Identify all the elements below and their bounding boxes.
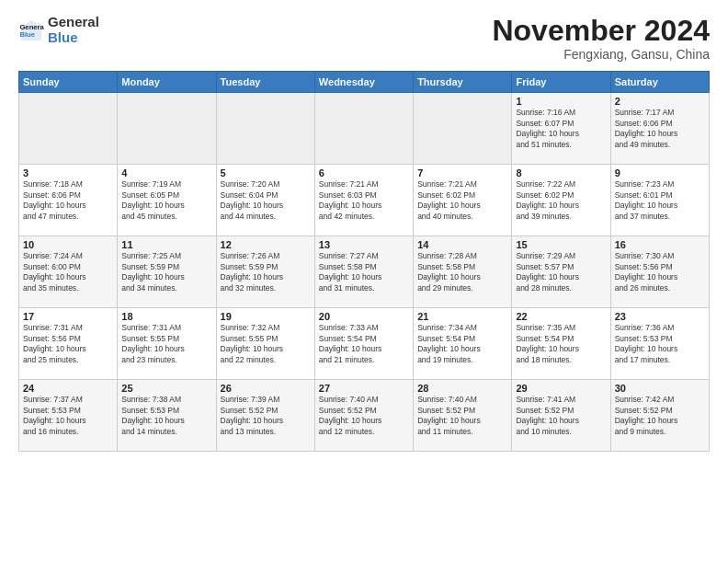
- header-day-saturday: Saturday: [610, 72, 709, 93]
- day-info: Sunrise: 7:35 AM Sunset: 5:54 PM Dayligh…: [516, 323, 606, 365]
- calendar-cell: 26Sunrise: 7:39 AM Sunset: 5:52 PM Dayli…: [216, 380, 314, 452]
- page: General Blue General Blue November 2024 …: [0, 0, 728, 461]
- header-day-tuesday: Tuesday: [216, 72, 314, 93]
- calendar-cell: [414, 93, 512, 165]
- calendar-cell: 1Sunrise: 7:16 AM Sunset: 6:07 PM Daylig…: [512, 93, 610, 165]
- day-info: Sunrise: 7:16 AM Sunset: 6:07 PM Dayligh…: [516, 108, 606, 150]
- day-info: Sunrise: 7:18 AM Sunset: 6:06 PM Dayligh…: [23, 179, 113, 222]
- day-info: Sunrise: 7:24 AM Sunset: 6:00 PM Dayligh…: [23, 251, 113, 293]
- header-row: SundayMondayTuesdayWednesdayThursdayFrid…: [19, 72, 710, 93]
- calendar-cell: 21Sunrise: 7:34 AM Sunset: 5:54 PM Dayli…: [414, 308, 512, 380]
- calendar-cell: 5Sunrise: 7:20 AM Sunset: 6:04 PM Daylig…: [216, 165, 314, 236]
- calendar-cell: 12Sunrise: 7:26 AM Sunset: 5:59 PM Dayli…: [216, 236, 314, 308]
- day-info: Sunrise: 7:26 AM Sunset: 5:59 PM Dayligh…: [221, 251, 311, 293]
- day-number: 17: [23, 311, 113, 322]
- calendar-cell: 28Sunrise: 7:40 AM Sunset: 5:52 PM Dayli…: [414, 380, 512, 452]
- day-number: 29: [516, 383, 606, 394]
- day-info: Sunrise: 7:41 AM Sunset: 5:52 PM Dayligh…: [516, 395, 606, 437]
- calendar-cell: [216, 93, 314, 165]
- day-number: 12: [221, 239, 311, 250]
- day-number: 1: [516, 96, 606, 107]
- day-info: Sunrise: 7:33 AM Sunset: 5:54 PM Dayligh…: [319, 323, 409, 365]
- day-number: 20: [319, 311, 409, 322]
- day-info: Sunrise: 7:36 AM Sunset: 5:53 PM Dayligh…: [615, 323, 705, 365]
- week-row-0: 1Sunrise: 7:16 AM Sunset: 6:07 PM Daylig…: [19, 93, 710, 165]
- logo-icon: General Blue: [18, 17, 44, 43]
- day-number: 15: [516, 239, 606, 250]
- location: Fengxiang, Gansu, China: [492, 47, 710, 62]
- title-block: November 2024 Fengxiang, Gansu, China: [492, 15, 710, 62]
- calendar-cell: 30Sunrise: 7:42 AM Sunset: 5:52 PM Dayli…: [610, 380, 709, 452]
- logo-line2: Blue: [48, 30, 99, 46]
- day-info: Sunrise: 7:28 AM Sunset: 5:58 PM Dayligh…: [417, 251, 507, 293]
- calendar-cell: 17Sunrise: 7:31 AM Sunset: 5:56 PM Dayli…: [19, 308, 118, 380]
- svg-text:Blue: Blue: [19, 30, 35, 39]
- day-number: 5: [221, 167, 311, 178]
- calendar-cell: 23Sunrise: 7:36 AM Sunset: 5:53 PM Dayli…: [610, 308, 709, 380]
- week-row-1: 3Sunrise: 7:18 AM Sunset: 6:06 PM Daylig…: [19, 165, 710, 236]
- day-number: 10: [23, 239, 113, 250]
- day-info: Sunrise: 7:31 AM Sunset: 5:55 PM Dayligh…: [121, 323, 211, 365]
- day-info: Sunrise: 7:19 AM Sunset: 6:05 PM Dayligh…: [121, 179, 211, 222]
- calendar-cell: 22Sunrise: 7:35 AM Sunset: 5:54 PM Dayli…: [512, 308, 610, 380]
- header-day-thursday: Thursday: [414, 72, 512, 93]
- day-number: 4: [121, 167, 211, 178]
- day-number: 8: [516, 167, 606, 178]
- day-number: 25: [121, 383, 211, 394]
- day-number: 28: [417, 383, 507, 394]
- day-info: Sunrise: 7:30 AM Sunset: 5:56 PM Dayligh…: [615, 251, 705, 293]
- calendar-cell: 10Sunrise: 7:24 AM Sunset: 6:00 PM Dayli…: [19, 236, 118, 308]
- day-number: 22: [516, 311, 606, 322]
- calendar-cell: 20Sunrise: 7:33 AM Sunset: 5:54 PM Dayli…: [314, 308, 413, 380]
- day-info: Sunrise: 7:32 AM Sunset: 5:55 PM Dayligh…: [221, 323, 311, 365]
- day-info: Sunrise: 7:17 AM Sunset: 6:06 PM Dayligh…: [615, 108, 705, 150]
- header-day-monday: Monday: [118, 72, 216, 93]
- day-number: 26: [221, 383, 311, 394]
- day-number: 27: [319, 383, 409, 394]
- calendar-cell: 8Sunrise: 7:22 AM Sunset: 6:02 PM Daylig…: [512, 165, 610, 236]
- calendar-cell: 11Sunrise: 7:25 AM Sunset: 5:59 PM Dayli…: [118, 236, 216, 308]
- day-info: Sunrise: 7:23 AM Sunset: 6:01 PM Dayligh…: [615, 179, 705, 222]
- day-number: 19: [221, 311, 311, 322]
- day-info: Sunrise: 7:22 AM Sunset: 6:02 PM Dayligh…: [516, 179, 606, 222]
- day-info: Sunrise: 7:34 AM Sunset: 5:54 PM Dayligh…: [417, 323, 507, 365]
- calendar-cell: 3Sunrise: 7:18 AM Sunset: 6:06 PM Daylig…: [19, 165, 118, 236]
- calendar-cell: 7Sunrise: 7:21 AM Sunset: 6:02 PM Daylig…: [414, 165, 512, 236]
- day-number: 13: [319, 239, 409, 250]
- day-number: 3: [23, 167, 113, 178]
- day-number: 9: [615, 167, 705, 178]
- day-info: Sunrise: 7:39 AM Sunset: 5:52 PM Dayligh…: [221, 395, 311, 437]
- calendar-cell: 13Sunrise: 7:27 AM Sunset: 5:58 PM Dayli…: [314, 236, 413, 308]
- day-number: 24: [23, 383, 113, 394]
- header-day-sunday: Sunday: [19, 72, 118, 93]
- day-number: 6: [319, 167, 409, 178]
- calendar-cell: 24Sunrise: 7:37 AM Sunset: 5:53 PM Dayli…: [19, 380, 118, 452]
- week-row-2: 10Sunrise: 7:24 AM Sunset: 6:00 PM Dayli…: [19, 236, 710, 308]
- month-title: November 2024: [492, 15, 710, 47]
- day-number: 21: [417, 311, 507, 322]
- calendar-cell: 9Sunrise: 7:23 AM Sunset: 6:01 PM Daylig…: [610, 165, 709, 236]
- logo-line1: General: [48, 15, 99, 30]
- week-row-3: 17Sunrise: 7:31 AM Sunset: 5:56 PM Dayli…: [19, 308, 710, 380]
- calendar-cell: 14Sunrise: 7:28 AM Sunset: 5:58 PM Dayli…: [414, 236, 512, 308]
- day-info: Sunrise: 7:38 AM Sunset: 5:53 PM Dayligh…: [121, 395, 211, 437]
- day-number: 30: [615, 383, 705, 394]
- day-info: Sunrise: 7:40 AM Sunset: 5:52 PM Dayligh…: [417, 395, 507, 437]
- week-row-4: 24Sunrise: 7:37 AM Sunset: 5:53 PM Dayli…: [19, 380, 710, 452]
- day-info: Sunrise: 7:20 AM Sunset: 6:04 PM Dayligh…: [221, 179, 311, 222]
- header-day-wednesday: Wednesday: [314, 72, 413, 93]
- calendar-cell: 27Sunrise: 7:40 AM Sunset: 5:52 PM Dayli…: [314, 380, 413, 452]
- day-number: 14: [417, 239, 507, 250]
- calendar-cell: 16Sunrise: 7:30 AM Sunset: 5:56 PM Dayli…: [610, 236, 709, 308]
- calendar-cell: [118, 93, 216, 165]
- day-number: 18: [121, 311, 211, 322]
- day-info: Sunrise: 7:31 AM Sunset: 5:56 PM Dayligh…: [23, 323, 113, 365]
- calendar-cell: 29Sunrise: 7:41 AM Sunset: 5:52 PM Dayli…: [512, 380, 610, 452]
- logo-text: General Blue: [48, 15, 99, 45]
- calendar-table: SundayMondayTuesdayWednesdayThursdayFrid…: [18, 71, 710, 452]
- calendar-cell: 25Sunrise: 7:38 AM Sunset: 5:53 PM Dayli…: [118, 380, 216, 452]
- day-number: 2: [615, 96, 705, 107]
- day-number: 16: [615, 239, 705, 250]
- header: General Blue General Blue November 2024 …: [18, 15, 710, 62]
- calendar-cell: 15Sunrise: 7:29 AM Sunset: 5:57 PM Dayli…: [512, 236, 610, 308]
